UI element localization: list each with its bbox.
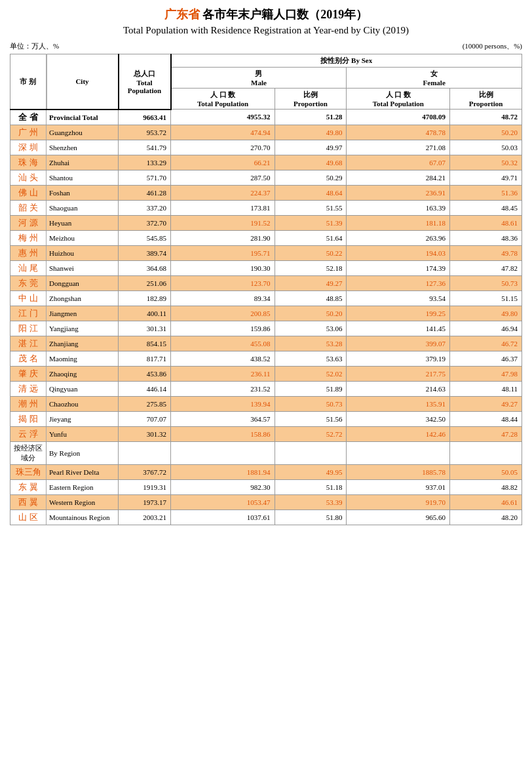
table-row: 西 翼 Western Region 1973.17 1053.47 53.39… bbox=[10, 494, 522, 510]
table-row: 惠 州 Huizhou 389.74 195.71 50.22 194.03 4… bbox=[10, 245, 522, 260]
city-cn: 韶 关 bbox=[10, 200, 47, 215]
male-pop: 982.30 bbox=[171, 479, 275, 494]
male-pop: 281.90 bbox=[171, 230, 275, 245]
city-en: Shenzhen bbox=[47, 140, 119, 155]
female-pct: 49.78 bbox=[450, 245, 522, 260]
male-pop: 224.37 bbox=[171, 185, 275, 200]
male-pct: 53.28 bbox=[275, 336, 347, 351]
table-row: 按经济区域分 By Region bbox=[10, 441, 522, 464]
female-pct: 48.36 bbox=[450, 230, 522, 245]
male-pct: 49.68 bbox=[275, 155, 347, 170]
female-pop: 4708.09 bbox=[347, 110, 450, 125]
female-pop: 965.60 bbox=[347, 510, 450, 525]
female-pop: 236.91 bbox=[347, 185, 450, 200]
total-pop: 953.72 bbox=[119, 125, 171, 140]
city-cn: 山 区 bbox=[10, 510, 47, 525]
city-en: Jiangmen bbox=[47, 306, 119, 321]
table-row: 河 源 Heyuan 372.70 191.52 51.39 181.18 48… bbox=[10, 215, 522, 230]
male-pop: 4955.32 bbox=[171, 110, 275, 125]
city-cn: 汕 头 bbox=[10, 170, 47, 185]
female-pop: 379.19 bbox=[347, 351, 450, 366]
female-pct: 47.98 bbox=[450, 366, 522, 381]
city-cn: 佛 山 bbox=[10, 185, 47, 200]
header-city-cn: 市 别 bbox=[10, 54, 47, 110]
female-pct: 47.28 bbox=[450, 426, 522, 441]
total-pop: 817.71 bbox=[119, 351, 171, 366]
table-row: 茂 名 Maoming 817.71 438.52 53.63 379.19 4… bbox=[10, 351, 522, 366]
total-pop: 446.14 bbox=[119, 381, 171, 396]
city-en: Maoming bbox=[47, 351, 119, 366]
city-en: Yunfu bbox=[47, 426, 119, 441]
male-pct: 49.97 bbox=[275, 140, 347, 155]
city-cn: 潮 州 bbox=[10, 396, 47, 411]
male-pop: 236.11 bbox=[171, 366, 275, 381]
table-row: 清 远 Qingyuan 446.14 231.52 51.89 214.63 … bbox=[10, 381, 522, 396]
female-pop: 181.18 bbox=[347, 215, 450, 230]
city-en: Shaoguan bbox=[47, 200, 119, 215]
female-pop: 271.08 bbox=[347, 140, 450, 155]
city-en: Western Region bbox=[47, 494, 119, 510]
header-female: 女 Female bbox=[347, 68, 522, 89]
section-en: By Region bbox=[47, 441, 119, 464]
city-cn: 江 门 bbox=[10, 306, 47, 321]
city-cn: 深 圳 bbox=[10, 140, 47, 155]
male-pct: 51.18 bbox=[275, 479, 347, 494]
city-cn: 阳 江 bbox=[10, 321, 47, 336]
male-pct: 53.06 bbox=[275, 321, 347, 336]
female-pct: 46.61 bbox=[450, 494, 522, 510]
male-pct: 50.73 bbox=[275, 396, 347, 411]
male-pop: 287.50 bbox=[171, 170, 275, 185]
male-pct: 52.02 bbox=[275, 366, 347, 381]
section-female-pop bbox=[347, 441, 450, 464]
total-pop: 2003.21 bbox=[119, 510, 171, 525]
male-pct: 49.27 bbox=[275, 275, 347, 290]
female-pct: 46.37 bbox=[450, 351, 522, 366]
female-pop: 263.96 bbox=[347, 230, 450, 245]
section-male-pct bbox=[275, 441, 347, 464]
total-pop: 133.29 bbox=[119, 155, 171, 170]
city-cn: 肇 庆 bbox=[10, 366, 47, 381]
table-row: 深 圳 Shenzhen 541.79 270.70 49.97 271.08 … bbox=[10, 140, 522, 155]
city-en: Pearl River Delta bbox=[47, 464, 119, 479]
female-pop: 937.01 bbox=[347, 479, 450, 494]
female-pct: 51.15 bbox=[450, 290, 522, 306]
male-pop: 123.70 bbox=[171, 275, 275, 290]
total-pop: 372.70 bbox=[119, 215, 171, 230]
male-pop: 158.86 bbox=[171, 426, 275, 441]
male-pct: 51.39 bbox=[275, 215, 347, 230]
female-pct: 50.20 bbox=[450, 125, 522, 140]
total-pop: 337.20 bbox=[119, 200, 171, 215]
male-pop: 139.94 bbox=[171, 396, 275, 411]
table-row: 肇 庆 Zhaoqing 453.86 236.11 52.02 217.75 … bbox=[10, 366, 522, 381]
total-pop: 707.07 bbox=[119, 411, 171, 426]
total-pop: 275.85 bbox=[119, 396, 171, 411]
male-pct: 52.72 bbox=[275, 426, 347, 441]
female-pop: 399.07 bbox=[347, 336, 450, 351]
female-pct: 49.80 bbox=[450, 306, 522, 321]
female-pct: 48.45 bbox=[450, 200, 522, 215]
main-title-cn: 广东省 各市年末户籍人口数（2019年） bbox=[10, 7, 522, 22]
male-pop: 1037.61 bbox=[171, 510, 275, 525]
table-row: 潮 州 Chaozhou 275.85 139.94 50.73 135.91 … bbox=[10, 396, 522, 411]
female-pct: 50.32 bbox=[450, 155, 522, 170]
male-pct: 52.18 bbox=[275, 260, 347, 275]
male-pct: 53.63 bbox=[275, 351, 347, 366]
section-total bbox=[119, 441, 171, 464]
table-row: 山 区 Mountainous Region 2003.21 1037.61 5… bbox=[10, 510, 522, 525]
male-pop: 364.57 bbox=[171, 411, 275, 426]
female-pct: 50.05 bbox=[450, 464, 522, 479]
male-pct: 51.89 bbox=[275, 381, 347, 396]
male-pop: 66.21 bbox=[171, 155, 275, 170]
total-pop: 545.85 bbox=[119, 230, 171, 245]
male-pop: 191.52 bbox=[171, 215, 275, 230]
city-en: Chaozhou bbox=[47, 396, 119, 411]
header-female-pct: 比例 Proportion bbox=[450, 89, 522, 110]
city-en: Foshan bbox=[47, 185, 119, 200]
total-pop: 571.70 bbox=[119, 170, 171, 185]
female-pct: 46.94 bbox=[450, 321, 522, 336]
section-female-pct bbox=[450, 441, 522, 464]
table-row: 揭 阳 Jieyang 707.07 364.57 51.56 342.50 4… bbox=[10, 411, 522, 426]
female-pop: 127.36 bbox=[347, 275, 450, 290]
table-row: 东 翼 Eastern Region 1919.31 982.30 51.18 … bbox=[10, 479, 522, 494]
table-row: 佛 山 Foshan 461.28 224.37 48.64 236.91 51… bbox=[10, 185, 522, 200]
